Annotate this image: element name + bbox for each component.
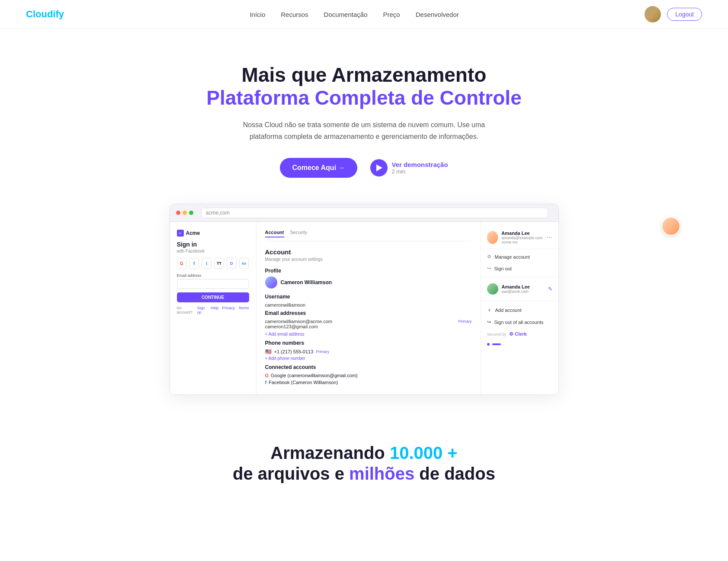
user-info-2: Amanda Lee aas@work.com	[502, 284, 530, 294]
add-account-label: Add account	[495, 308, 522, 313]
user-card-1: Amanda Lee amanda@example.com Acme Inc ⋯	[481, 226, 558, 249]
browser-bar: acme.com	[170, 204, 558, 222]
social-tw2[interactable]: tw	[239, 258, 249, 269]
connected-row-1: G Google (cameronwilliamson@gmail.com)	[265, 373, 472, 378]
nav-link-inicio[interactable]: Início	[250, 11, 265, 18]
browser-content: ≈ Acme Sign in with Facebook G f t TT D …	[170, 222, 558, 394]
email-row-1: cameronwilliamson@acme.com Primary	[265, 319, 472, 324]
nav-security[interactable]: Security	[290, 230, 308, 237]
signin-footer: No account? Sign up Help Privacy Terms	[177, 306, 249, 314]
privacy-link[interactable]: Privacy	[222, 306, 235, 314]
add-email-link[interactable]: + Add email address	[265, 332, 472, 337]
social-discord[interactable]: D	[227, 258, 237, 269]
email-input[interactable]	[177, 279, 249, 289]
stats-heading: Armazenando 10.000 + de arquivos e milhõ…	[26, 442, 702, 484]
username-title: Username	[265, 294, 472, 300]
hero-description: Nossa Cloud não se trata somente de um s…	[243, 119, 485, 142]
flag-icon: 🇺🇸	[265, 349, 272, 355]
signin-logo-mark: ≈	[177, 230, 184, 237]
nav-links: Início Recursos Documentação Preço Desen…	[250, 11, 459, 18]
social-google[interactable]: G	[177, 258, 187, 269]
nav-right: Logout	[645, 6, 702, 22]
username-value: cameronwilliamson	[265, 302, 472, 308]
user-avatar-1	[487, 231, 498, 244]
user-card-row-1: Amanda Lee amanda@example.com Acme Inc ⋯	[487, 231, 552, 244]
email-value-1: cameronwilliamson@acme.com	[265, 319, 332, 324]
manage-label: Manage account	[495, 254, 530, 260]
manage-account-item[interactable]: ⚙ Manage account	[481, 251, 558, 263]
phone-tag[interactable]: Primary	[316, 349, 329, 354]
navbar: Cloudify Início Recursos Documentação Pr…	[0, 0, 728, 29]
edit-icon-2[interactable]: ✎	[548, 286, 552, 292]
user-info-1: Amanda Lee amanda@example.com Acme Inc	[501, 231, 542, 244]
nav-link-preco[interactable]: Preço	[383, 11, 400, 18]
account-panel: Account Security Account Manage your acc…	[257, 222, 481, 394]
no-account-text: No account?	[177, 306, 194, 314]
signout-all-item[interactable]: ↪ Sign out of all accounts	[481, 316, 558, 328]
user-name-2: Amanda Lee	[502, 284, 530, 289]
account-title: Account	[265, 248, 472, 256]
dot-bar	[492, 343, 501, 345]
help-link[interactable]: Help	[211, 306, 219, 314]
add-icon: ＋	[487, 307, 492, 313]
social-facebook[interactable]: f	[189, 258, 199, 269]
browser-dots	[176, 211, 193, 215]
signout-all-label: Sign out of all accounts	[494, 320, 544, 325]
hero-heading: Mais que Armazenamento Plataforma Comple…	[26, 64, 702, 109]
hero-line2: Plataforma Completa de Controle	[206, 87, 521, 109]
signin-logo-text: Acme	[186, 230, 200, 236]
signout-icon: ↪	[487, 266, 491, 271]
menu-divider-2	[481, 301, 558, 301]
avatar[interactable]	[645, 6, 661, 22]
email-label: Email address	[177, 273, 249, 278]
nav-account[interactable]: Account	[265, 230, 284, 237]
nav-link-recursos[interactable]: Recursos	[281, 11, 308, 18]
profile-row: Cameron Williamson	[265, 276, 472, 289]
connected-title: Connected accounts	[265, 364, 472, 370]
phone-value: +1 (217) 555-0113	[274, 349, 314, 354]
profile-title: Profile	[265, 268, 472, 274]
sign-out-item[interactable]: ↪ Sign out	[481, 263, 558, 274]
phone-row: 🇺🇸 +1 (217) 555-0113 Primary	[265, 349, 472, 355]
social-twitter[interactable]: t	[202, 258, 212, 269]
stats-line1-black: Armazenando	[270, 443, 385, 462]
pagination-dots	[481, 340, 558, 348]
account-nav: Account Security	[265, 230, 472, 241]
add-phone-link[interactable]: + Add phone number	[265, 356, 472, 361]
play-icon	[370, 159, 388, 176]
social-tiktok[interactable]: TT	[214, 258, 224, 269]
email-tag-1[interactable]: Primary	[459, 319, 472, 324]
manage-icon: ⚙	[487, 254, 491, 260]
nav-link-documentacao[interactable]: Documentação	[324, 11, 368, 18]
user-name-1: Amanda Lee	[501, 231, 542, 236]
connected-facebook: Facebook (Cameron Williamson)	[269, 380, 338, 385]
hero-line1: Mais que Armazenamento	[242, 64, 487, 86]
stats-section: Armazenando 10.000 + de arquivos e milhõ…	[0, 421, 728, 493]
cta-button[interactable]: Comece Aqui →	[280, 158, 357, 178]
add-account-item[interactable]: ＋ Add account	[481, 304, 558, 316]
user-email-1: amanda@example.com	[501, 236, 542, 240]
hero-section: Mais que Armazenamento Plataforma Comple…	[0, 29, 728, 195]
email-title: Email addresses	[265, 310, 472, 316]
dot-green	[189, 211, 193, 215]
user-avatar-2	[487, 283, 498, 295]
google-icon: G	[265, 373, 269, 378]
nav-logo[interactable]: Cloudify	[26, 9, 64, 20]
user-email-2: aas@work.com	[502, 289, 530, 294]
signup-link[interactable]: Sign up	[197, 306, 207, 314]
signout-label: Sign out	[494, 266, 512, 271]
logout-button[interactable]: Logout	[667, 8, 702, 21]
play-triangle	[376, 164, 382, 171]
nav-link-desenvolvedor[interactable]: Desenvolvedor	[416, 11, 459, 18]
phone-title: Phone numbers	[265, 340, 472, 346]
hero-buttons: Comece Aqui → Ver demonstração 2 min	[26, 158, 702, 178]
video-button[interactable]: Ver demonstração 2 min	[370, 159, 448, 176]
more-icon-1[interactable]: ⋯	[546, 234, 552, 241]
signin-subtitle: with Facebook	[177, 249, 249, 253]
clerk-brand: ⚙ Clerk	[509, 331, 527, 337]
user-menu-panel: Amanda Lee amanda@example.com Acme Inc ⋯…	[481, 222, 558, 394]
dot-yellow	[183, 211, 187, 215]
terms-link[interactable]: Terms	[238, 306, 249, 314]
email-value-2: cameron123@gmail.com	[265, 324, 472, 329]
continue-button[interactable]: CONTINUE	[177, 292, 249, 302]
